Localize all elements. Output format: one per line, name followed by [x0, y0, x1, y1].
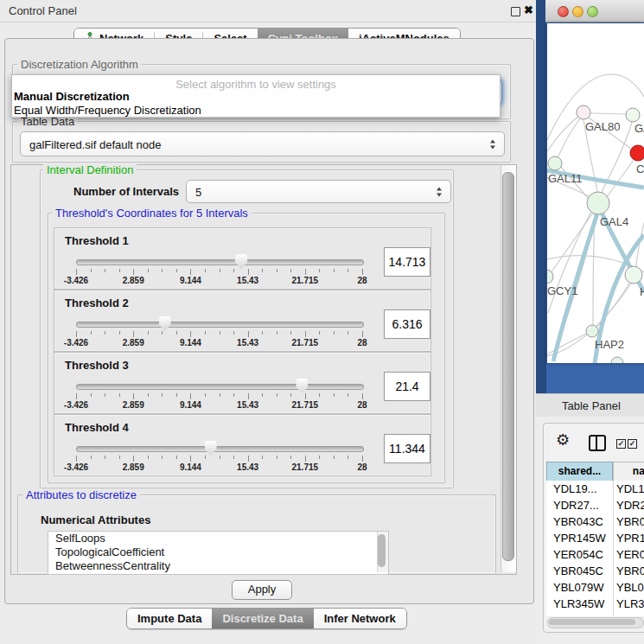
numerical-attributes-list[interactable]: SelfLoopsTopologicalCoefficientBetweenne…: [48, 531, 389, 575]
close-traffic-light[interactable]: [558, 6, 569, 17]
slider-tick-label: 28: [357, 276, 367, 285]
slider-tick: [348, 393, 348, 397]
apply-button[interactable]: Apply: [232, 580, 292, 600]
slider-tick: [362, 331, 363, 337]
cell-name: YLR3: [616, 597, 644, 610]
table-row[interactable]: YIL052CYIL0: [546, 612, 644, 616]
zoom-traffic-light[interactable]: [587, 6, 598, 17]
slider-thumb[interactable]: [235, 254, 247, 269]
network-node-c[interactable]: [630, 145, 644, 161]
table-row[interactable]: YDL19...YDL1: [546, 481, 644, 497]
network-node-ga[interactable]: [626, 108, 640, 122]
threshold-value-field[interactable]: 14.713: [384, 247, 430, 277]
table-row[interactable]: YBR045CYBR0: [546, 563, 644, 579]
algorithm-option-2[interactable]: Equal Width/Frequency Discretization: [14, 104, 498, 117]
slider-tick: [176, 393, 177, 397]
slider-tick: [334, 456, 335, 459]
slider-tick: [91, 456, 92, 459]
network-node-gal4[interactable]: [587, 192, 609, 214]
slider-tick: [362, 456, 363, 462]
slider-tick: [148, 393, 149, 397]
app-root: Control Panel ✖ NetworkStyleSelectCyni T…: [0, 0, 644, 644]
tab-impute-data[interactable]: Impute Data: [127, 609, 212, 628]
slider-tick: [133, 331, 134, 337]
slider-thumb[interactable]: [159, 316, 171, 331]
slider-track[interactable]: [76, 446, 364, 452]
slider-tick: [220, 456, 220, 459]
slider-tick: [133, 456, 134, 462]
slider-thumb[interactable]: [296, 379, 308, 393]
column-header-1[interactable]: shared...: [546, 462, 613, 481]
slider-track[interactable]: [76, 322, 364, 328]
vertical-scrollbar-thumb[interactable]: [502, 172, 514, 561]
slider-tick-label: 2.859: [123, 400, 144, 410]
network-window-titlebar[interactable]: [545, 0, 644, 22]
checkbox-icon[interactable]: ✓: [616, 439, 626, 449]
slider-tick: [76, 331, 77, 337]
table-row[interactable]: YLR345WYLR3: [546, 596, 644, 612]
tab-infer-network[interactable]: Infer Network: [314, 609, 406, 628]
network-edge[interactable]: [607, 160, 634, 197]
algorithm-prompt-item[interactable]: Select algorithm to view settings: [12, 78, 500, 91]
tab-discretize-data[interactable]: Discretize Data: [212, 609, 313, 628]
slider-tick: [233, 456, 234, 459]
combo-arrows-icon: [490, 139, 496, 149]
horizontal-scrollbar-track[interactable]: [547, 617, 644, 628]
network-node-gal11[interactable]: [548, 156, 562, 170]
threshold-value-field[interactable]: 11.344: [384, 434, 430, 463]
table-row[interactable]: YDR27...YDR2: [546, 497, 644, 513]
attribute-item[interactable]: TopologicalCoefficient: [48, 545, 388, 559]
network-edge[interactable]: [547, 334, 586, 354]
settings-gear-icon[interactable]: ⚙: [556, 432, 570, 448]
attribute-item[interactable]: BetweennessCentrality: [48, 559, 388, 573]
slider-tick: [220, 393, 220, 397]
slider-tick: [348, 269, 348, 272]
slider-thumb[interactable]: [205, 441, 217, 456]
slider-tick-label: 2.859: [123, 276, 144, 285]
cell-name: YPR1: [616, 532, 644, 545]
network-node[interactable]: [611, 357, 623, 363]
table-data-value: galFiltered.sif default node: [29, 137, 161, 150]
table-row[interactable]: YBL079WYBL0: [546, 579, 644, 596]
network-node-h[interactable]: [625, 266, 642, 284]
float-window-icon[interactable]: [511, 7, 520, 16]
threshold-value-field[interactable]: 6.316: [384, 309, 430, 339]
slider-tick: [190, 456, 191, 462]
slider-tick: [76, 393, 77, 399]
slider-tick-label: 28: [357, 338, 367, 348]
algorithm-option-1[interactable]: Manual Discretization: [14, 90, 498, 103]
network-node-gcy1[interactable]: [547, 270, 553, 284]
table-rows: YDL19...YDL1YDR27...YDR2YBR043CYBR0YPR14…: [546, 481, 644, 616]
slider-tick: [334, 269, 335, 272]
network-node-label: GAL80: [585, 120, 620, 133]
slider-tick: [262, 456, 263, 459]
table-data-combobox[interactable]: galFiltered.sif default node: [20, 131, 505, 156]
slider-tick: [277, 331, 277, 335]
column-layout-icon[interactable]: [589, 435, 606, 451]
table-row[interactable]: YER054CYER0: [546, 546, 644, 563]
close-icon[interactable]: ✖: [524, 3, 533, 16]
slider-tick: [91, 331, 92, 335]
network-node-gal80[interactable]: [577, 105, 590, 119]
minimize-traffic-light[interactable]: [572, 6, 583, 17]
table-row[interactable]: YBR043CYBR0: [546, 513, 644, 530]
horizontal-scrollbar-thumb[interactable]: [549, 619, 635, 625]
network-node-hap2[interactable]: [586, 325, 598, 337]
slider-track[interactable]: [76, 384, 364, 390]
network-canvas[interactable]: GAL80GACGAL11GAL4GCY1HHAP2: [547, 23, 644, 363]
threshold-panel-2: Threshold 2-3.4262.8599.14415.4321.71528…: [54, 290, 431, 352]
threshold-value-field[interactable]: 21.4: [384, 372, 430, 401]
slider-tick: [162, 331, 163, 335]
table-panel: ⚙ ✓ ✓ shared...name YDL19...YDL1YDR27...…: [543, 423, 644, 633]
slider-tick: [248, 331, 249, 337]
slider-track[interactable]: [76, 259, 364, 265]
checkbox-icon[interactable]: ✓: [628, 439, 637, 449]
column-header-2[interactable]: name: [613, 462, 644, 481]
slider-tick: [248, 456, 249, 462]
tab-label: Impute Data: [137, 612, 201, 625]
attributes-scrollbar-thumb[interactable]: [378, 534, 386, 567]
attribute-item[interactable]: SelfLoops: [48, 532, 388, 545]
network-edge[interactable]: [590, 113, 626, 114]
number-of-intervals-combobox[interactable]: 5: [186, 180, 451, 203]
table-row[interactable]: YPR145WYPR1: [546, 530, 644, 546]
